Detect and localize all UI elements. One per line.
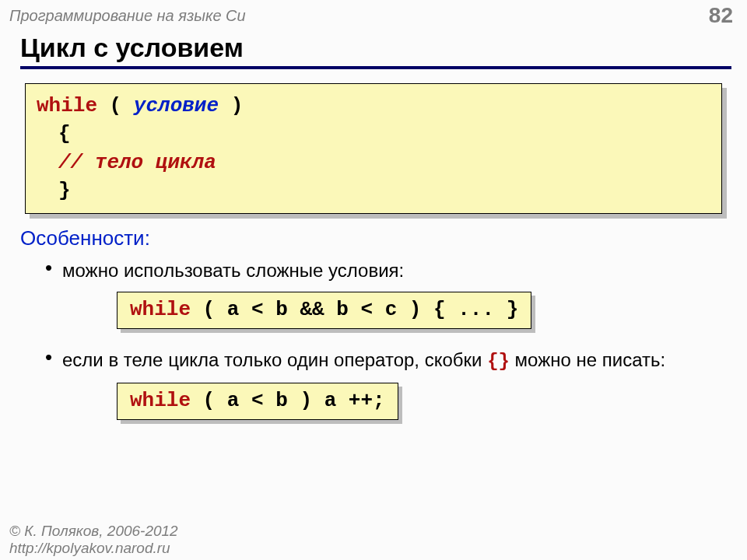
feature-1-text: можно использовать сложные условия: xyxy=(62,260,404,281)
keyword-while: while xyxy=(130,298,191,321)
page-number: 82 xyxy=(709,3,733,28)
rparen: ) xyxy=(219,94,243,117)
body-comment: // тело цикла xyxy=(37,149,216,177)
code-line-3: // тело цикла xyxy=(37,149,710,177)
slide-header: Программирование на языке Си 82 xyxy=(0,0,747,28)
code-box-body: while ( a < b && b < c ) { ... } xyxy=(117,292,531,329)
footer-copyright: © К. Поляков, 2006-2012 xyxy=(9,523,178,540)
feature-item-1: можно использовать сложные условия: whil… xyxy=(45,258,727,340)
code-box-main: while ( условие ) { // тело цикла } xyxy=(25,83,722,214)
feature-item-2: если в теле цикла только один оператор, … xyxy=(45,348,727,431)
keyword-while: while xyxy=(37,94,97,117)
code-line-1: while ( условие ) xyxy=(37,92,710,120)
lparen: ( xyxy=(97,94,134,117)
code-line-4: } xyxy=(37,177,710,205)
code-box-single-statement: while ( a < b ) a ++; xyxy=(117,383,398,420)
code-line-2: { xyxy=(37,120,710,148)
feature-2-text-before: если в теле цикла только один оператор, … xyxy=(62,349,487,370)
header-subject: Программирование на языке Си xyxy=(9,7,246,25)
keyword-condition: условие xyxy=(134,94,219,117)
feature-2-text-after: можно не писать: xyxy=(510,349,665,370)
keyword-while: while xyxy=(130,389,191,412)
slide-footer: © К. Поляков, 2006-2012 http://kpolyakov… xyxy=(9,523,178,557)
slide-content: while ( условие ) { // тело цикла } Особ… xyxy=(0,83,747,431)
slide-title: Цикл с условием xyxy=(20,33,747,63)
title-underline xyxy=(20,66,731,69)
features-list: можно использовать сложные условия: whil… xyxy=(20,258,727,431)
footer-url: http://kpolyakov.narod.ru xyxy=(9,540,178,557)
close-brace: } xyxy=(37,177,71,205)
open-brace: { xyxy=(37,120,71,148)
features-heading: Особенности: xyxy=(20,226,727,250)
code-rest: ( a < b ) a ++; xyxy=(191,389,385,412)
inline-braces: {} xyxy=(487,351,510,372)
code-box-body: while ( a < b ) a ++; xyxy=(117,383,398,420)
code-rest: ( a < b && b < c ) { ... } xyxy=(191,298,518,321)
code-box-body: while ( условие ) { // тело цикла } xyxy=(25,83,722,214)
code-box-complex-condition: while ( a < b && b < c ) { ... } xyxy=(117,292,531,329)
